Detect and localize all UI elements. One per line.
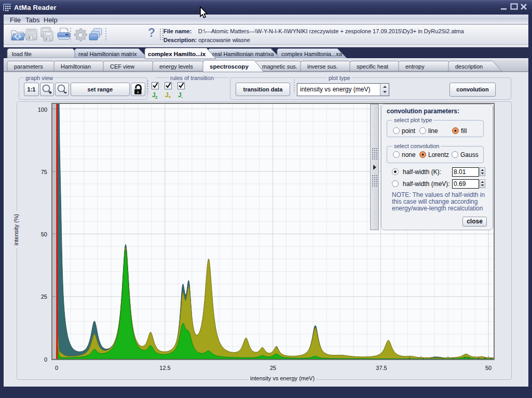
svg-text:-: - bbox=[181, 95, 183, 100]
svg-text:load file: load file bbox=[12, 51, 32, 57]
svg-text:inverse sus.: inverse sus. bbox=[307, 63, 338, 70]
svg-text:description: description bbox=[455, 63, 483, 70]
svg-text:real Hamiltonian matrix: real Hamiltonian matrix bbox=[78, 51, 137, 57]
svg-text:spectroscopy: spectroscopy bbox=[210, 63, 249, 70]
svg-text:magnetic sus.: magnetic sus. bbox=[262, 63, 297, 70]
svg-text:+: + bbox=[168, 95, 171, 100]
svg-text:complex Hamiltonia...xa: complex Hamiltonia...xa bbox=[281, 51, 343, 57]
svg-text:Hamiltonian: Hamiltonian bbox=[61, 63, 91, 70]
svg-text:entropy: entropy bbox=[405, 63, 425, 70]
svg-text:specific heat: specific heat bbox=[357, 63, 388, 70]
svg-text:z: z bbox=[155, 95, 158, 100]
svg-text:complex Hamilto...ix: complex Hamilto...ix bbox=[148, 51, 206, 57]
svg-text:parameters: parameters bbox=[14, 63, 43, 70]
svg-text:real Hamiltonian matrixa: real Hamiltonian matrixa bbox=[212, 51, 274, 57]
svg-text:energy levels: energy levels bbox=[159, 63, 193, 70]
svg-text:CEF view: CEF view bbox=[110, 63, 134, 70]
